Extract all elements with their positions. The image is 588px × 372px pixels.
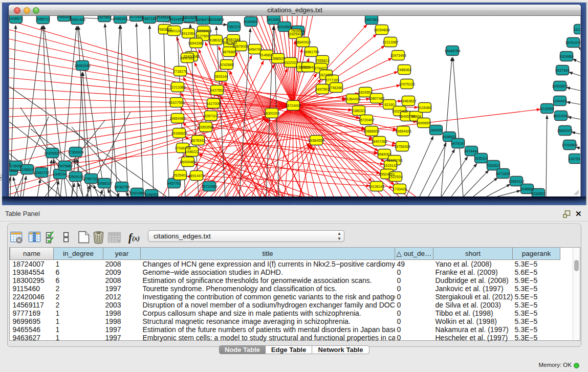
svg-text:15720407: 15720407 [358, 118, 374, 122]
svg-text:1588520: 1588520 [271, 57, 285, 60]
svg-text:18407269: 18407269 [371, 140, 387, 143]
svg-text:9146821: 9146821 [259, 53, 273, 57]
svg-text:10958107: 10958107 [96, 182, 112, 185]
svg-text:9246052: 9246052 [144, 193, 158, 196]
svg-text:7955812: 7955812 [315, 59, 329, 62]
svg-text:62160: 62160 [384, 103, 395, 106]
svg-text:2386322: 2386322 [352, 109, 365, 113]
svg-text:9115460: 9115460 [418, 106, 432, 110]
svg-text:1667135: 1667135 [142, 17, 156, 20]
svg-text:1621022: 1621022 [319, 73, 333, 77]
svg-text:9215958: 9215958 [540, 107, 554, 111]
svg-text:2718176: 2718176 [173, 70, 187, 73]
svg-text:3267110: 3267110 [204, 114, 218, 118]
svg-text:18724007: 18724007 [285, 104, 301, 107]
svg-text:8454749: 8454749 [248, 48, 262, 51]
svg-text:8186323: 8186323 [209, 38, 223, 42]
svg-text:18300295: 18300295 [264, 112, 279, 115]
svg-text:19463627: 19463627 [400, 99, 416, 103]
svg-text:1498222: 1498222 [185, 150, 199, 154]
svg-text:9327503: 9327503 [223, 41, 236, 45]
svg-text:(x): (x) [132, 234, 140, 242]
svg-text:9457791: 9457791 [167, 182, 181, 185]
svg-text:8678342: 8678342 [191, 139, 205, 142]
svg-text:9316557: 9316557 [531, 192, 545, 195]
svg-text:6990443: 6990443 [301, 65, 315, 69]
svg-text:3875685: 3875685 [222, 50, 236, 54]
svg-text:1811525: 1811525 [183, 16, 197, 19]
svg-text:95864: 95864 [411, 115, 421, 118]
svg-text:1617006: 1617006 [206, 102, 220, 105]
svg-text:19654987: 19654987 [169, 117, 185, 120]
svg-text:10025433: 10025433 [391, 110, 407, 113]
svg-text:7357274: 7357274 [227, 25, 241, 29]
svg-text:8938923: 8938923 [442, 135, 456, 139]
svg-text:1522534: 1522534 [388, 175, 402, 179]
svg-text:16648784: 16648784 [444, 49, 460, 53]
svg-text:12942737: 12942737 [33, 171, 49, 174]
svg-text:13325419: 13325419 [287, 32, 303, 36]
svg-text:13353594: 13353594 [198, 125, 213, 129]
svg-text:7625402: 7625402 [173, 173, 187, 177]
svg-text:6466160: 6466160 [113, 17, 127, 20]
svg-text:9699695: 9699695 [417, 121, 430, 125]
svg-text:12975125: 12975125 [399, 82, 415, 86]
svg-text:16961758: 16961758 [303, 50, 319, 54]
svg-text:15692971: 15692971 [557, 129, 573, 133]
svg-text:9329966: 9329966 [559, 55, 573, 58]
svg-text:9111428: 9111428 [170, 17, 183, 21]
svg-text:16914479: 16914479 [188, 174, 204, 178]
svg-text:9227343: 9227343 [555, 69, 569, 72]
svg-text:9890162: 9890162 [180, 56, 194, 60]
svg-text:1527602: 1527602 [97, 16, 111, 19]
svg-text:13226058: 13226058 [195, 29, 211, 33]
svg-text:6497503: 6497503 [315, 87, 329, 91]
svg-text:2687682: 2687682 [364, 18, 378, 21]
svg-text:16120746: 16120746 [386, 159, 402, 162]
svg-text:20206523: 20206523 [44, 151, 60, 155]
svg-text:15751074: 15751074 [565, 41, 580, 45]
svg-text:9242848: 9242848 [220, 63, 233, 67]
svg-text:1345194: 1345194 [53, 172, 67, 176]
svg-text:12923466: 12923466 [129, 191, 145, 195]
svg-text:9127509: 9127509 [195, 34, 209, 38]
svg-text:1733426: 1733426 [393, 187, 406, 191]
svg-text:8813054: 8813054 [267, 18, 280, 21]
svg-text:1156819: 1156819 [20, 168, 34, 171]
svg-text:18640910: 18640910 [295, 40, 311, 44]
svg-text:12505135: 12505135 [68, 175, 83, 179]
svg-text:2803144: 2803144 [214, 75, 228, 78]
svg-text:8427552: 8427552 [210, 89, 224, 92]
svg-text:1824554: 1824554 [358, 91, 372, 94]
svg-text:6479197: 6479197 [451, 142, 465, 145]
svg-text:19166825: 19166825 [171, 132, 187, 135]
svg-text:8912954: 8912954 [181, 32, 195, 35]
svg-text:17359924: 17359924 [68, 150, 83, 154]
svg-text:10654112: 10654112 [509, 180, 525, 183]
svg-text:9860124: 9860124 [167, 29, 181, 33]
svg-text:1615132: 1615132 [383, 164, 397, 167]
svg-text:17016504: 17016504 [561, 143, 577, 147]
svg-text:9474444: 9474444 [464, 149, 478, 153]
svg-text:19756928: 19756928 [394, 145, 410, 148]
svg-text:17957223: 17957223 [83, 177, 99, 181]
svg-text:16543382: 16543382 [188, 41, 204, 45]
svg-text:1405571: 1405571 [9, 17, 23, 20]
svg-text:7632621: 7632621 [486, 164, 500, 167]
svg-text:16099489: 16099489 [180, 160, 195, 164]
svg-text:7515534: 7515534 [156, 16, 170, 19]
svg-text:1135051: 1135051 [9, 164, 23, 168]
svg-text:19384554: 19384554 [308, 139, 324, 142]
svg-text:2935114: 2935114 [474, 157, 488, 160]
svg-text:16033809: 16033809 [208, 18, 224, 21]
svg-text:9684067: 9684067 [377, 152, 391, 156]
svg-text:19975887: 19975887 [57, 164, 73, 168]
svg-text:7485063: 7485063 [397, 68, 411, 72]
svg-text:10973493: 10973493 [390, 54, 406, 57]
svg-text:19654923: 19654923 [395, 129, 411, 133]
svg-text:1167534: 1167534 [569, 157, 580, 161]
svg-text:16154838: 16154838 [374, 28, 389, 32]
svg-text:1071915: 1071915 [129, 16, 143, 18]
svg-text:2055712: 2055712 [36, 17, 50, 21]
svg-text:3913914: 3913914 [9, 169, 18, 172]
